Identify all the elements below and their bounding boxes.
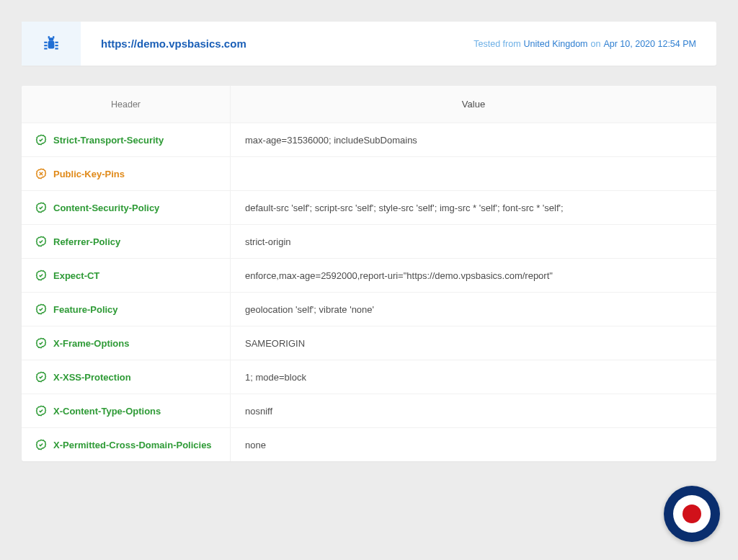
svg-rect-2 bbox=[44, 41, 47, 43]
table-row: Strict-Transport-Securitymax-age=3153600… bbox=[22, 123, 716, 156]
shield-check-icon bbox=[35, 303, 48, 316]
header-name-cell: X-XSS-Protection bbox=[22, 360, 231, 394]
header-name: Content-Security-Policy bbox=[53, 203, 159, 213]
svg-rect-7 bbox=[55, 48, 58, 49]
header-name: Feature-Policy bbox=[53, 304, 118, 315]
header-name-cell: Content-Security-Policy bbox=[22, 191, 231, 224]
header-value-cell: strict-origin bbox=[231, 225, 716, 258]
header-value-cell: none bbox=[231, 428, 716, 461]
header-name-cell: Strict-Transport-Security bbox=[22, 123, 231, 156]
test-meta-prefix: Tested from bbox=[474, 39, 520, 49]
header-name-cell: X-Permitted-Cross-Domain-Policies bbox=[22, 428, 231, 461]
table-row: X-Frame-OptionsSAMEORIGIN bbox=[22, 326, 716, 360]
table-header-row: Header Value bbox=[22, 86, 716, 123]
test-meta: Tested from United Kingdom on Apr 10, 20… bbox=[474, 39, 696, 49]
header-name: Strict-Transport-Security bbox=[53, 135, 164, 146]
table-row: Expect-CTenforce,max-age=2592000,report-… bbox=[22, 258, 716, 292]
roundel-red-dot bbox=[683, 505, 701, 523]
summary-body: https://demo.vpsbasics.com Tested from U… bbox=[81, 22, 716, 66]
header-name: X-Permitted-Cross-Domain-Policies bbox=[53, 440, 212, 450]
test-timestamp: Apr 10, 2020 12:54 PM bbox=[603, 39, 696, 49]
tested-url: https://demo.vpsbasics.com bbox=[101, 37, 246, 50]
header-value-cell: enforce,max-age=2592000,report-uri="http… bbox=[231, 259, 716, 292]
header-name-cell: Expect-CT bbox=[22, 259, 231, 292]
test-region: United Kingdom bbox=[524, 39, 588, 49]
summary-card: https://demo.vpsbasics.com Tested from U… bbox=[22, 22, 716, 66]
header-name: Public-Key-Pins bbox=[53, 169, 125, 179]
shield-check-icon bbox=[35, 404, 48, 417]
header-value-cell: default-src 'self'; script-src 'self'; s… bbox=[231, 191, 716, 224]
header-value-cell bbox=[231, 157, 716, 190]
shield-x-icon bbox=[35, 167, 48, 180]
header-name-cell: X-Frame-Options bbox=[22, 326, 231, 360]
test-meta-on: on bbox=[591, 39, 601, 49]
header-name: X-Content-Type-Options bbox=[53, 406, 161, 417]
shield-check-icon bbox=[35, 235, 48, 248]
header-name-cell: Feature-Policy bbox=[22, 293, 231, 326]
svg-rect-5 bbox=[55, 41, 58, 43]
header-name-cell: Public-Key-Pins bbox=[22, 157, 231, 190]
svg-rect-9 bbox=[53, 36, 54, 38]
header-value-cell: max-age=31536000; includeSubDomains bbox=[231, 123, 716, 156]
column-header-value: Value bbox=[231, 86, 716, 123]
column-header-name: Header bbox=[22, 86, 231, 123]
header-name: X-Frame-Options bbox=[53, 338, 129, 349]
table-row: Referrer-Policystrict-origin bbox=[22, 224, 716, 258]
header-name: Referrer-Policy bbox=[53, 236, 120, 247]
header-name-cell: Referrer-Policy bbox=[22, 225, 231, 258]
table-row: X-Permitted-Cross-Domain-Policiesnone bbox=[22, 427, 716, 461]
svg-rect-0 bbox=[48, 40, 55, 48]
header-value-cell: nosniff bbox=[231, 394, 716, 427]
svg-rect-3 bbox=[44, 45, 47, 46]
header-name: X-XSS-Protection bbox=[53, 372, 131, 383]
header-name-cell: X-Content-Type-Options bbox=[22, 394, 231, 427]
headers-table: Header Value Strict-Transport-Securityma… bbox=[22, 86, 716, 461]
table-row: Feature-Policygeolocation 'self'; vibrat… bbox=[22, 292, 716, 326]
svg-rect-6 bbox=[55, 45, 58, 46]
svg-rect-8 bbox=[48, 36, 50, 38]
roundel-white-ring bbox=[673, 495, 711, 533]
shield-check-icon bbox=[35, 370, 48, 383]
table-row: Public-Key-Pins bbox=[22, 156, 716, 190]
shield-check-icon bbox=[35, 269, 48, 282]
bug-icon-box bbox=[22, 22, 81, 66]
header-name: Expect-CT bbox=[53, 270, 99, 281]
support-roundel-button[interactable] bbox=[664, 486, 720, 542]
shield-check-icon bbox=[35, 201, 48, 214]
shield-check-icon bbox=[35, 133, 48, 146]
table-row: X-Content-Type-Optionsnosniff bbox=[22, 394, 716, 427]
shield-check-icon bbox=[35, 337, 48, 350]
header-value-cell: geolocation 'self'; vibrate 'none' bbox=[231, 293, 716, 326]
header-value-cell: 1; mode=block bbox=[231, 360, 716, 394]
header-value-cell: SAMEORIGIN bbox=[231, 326, 716, 360]
bug-icon bbox=[41, 34, 61, 54]
svg-rect-4 bbox=[44, 48, 47, 49]
table-row: Content-Security-Policydefault-src 'self… bbox=[22, 190, 716, 224]
shield-check-icon bbox=[35, 438, 48, 451]
table-row: X-XSS-Protection1; mode=block bbox=[22, 360, 716, 394]
